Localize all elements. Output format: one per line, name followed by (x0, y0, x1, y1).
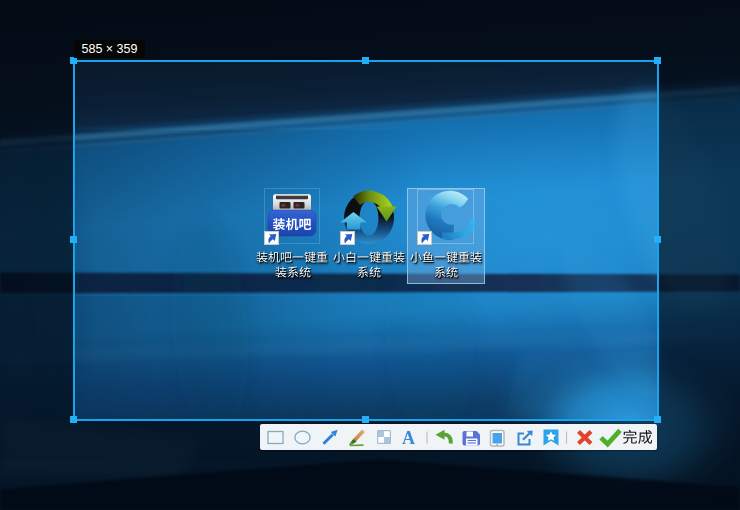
svg-text:A: A (402, 428, 415, 448)
